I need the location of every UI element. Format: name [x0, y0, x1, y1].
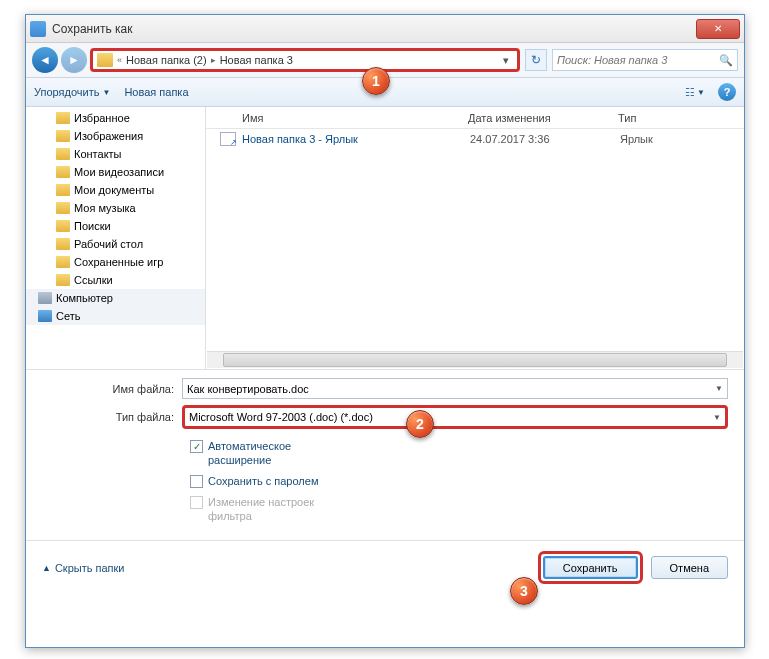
- chevron-up-icon: ▲: [42, 563, 51, 573]
- filter-settings-checkbox: Изменение настроек фильтра: [190, 495, 728, 523]
- folder-icon: [56, 274, 70, 286]
- shortcut-icon: [220, 132, 236, 146]
- file-pane: Имя Дата изменения Тип Новая папка 3 - Я…: [206, 107, 744, 369]
- folder-icon: [56, 184, 70, 196]
- new-folder-button[interactable]: Новая папка: [124, 86, 188, 98]
- file-date: 24.07.2017 3:36: [470, 133, 620, 145]
- sidebar-item-images[interactable]: Изображения: [26, 127, 205, 145]
- search-box[interactable]: 🔍: [552, 49, 738, 71]
- filename-input[interactable]: Как конвертировать.doc ▼: [182, 378, 728, 399]
- checkbox-icon: [190, 496, 203, 509]
- sidebar: Избранное Изображения Контакты Мои видео…: [26, 107, 206, 369]
- file-list[interactable]: Новая папка 3 - Ярлык 24.07.2017 3:36 Яр…: [206, 129, 744, 351]
- breadcrumb-dropdown[interactable]: ▾: [499, 54, 513, 67]
- organize-button[interactable]: Упорядочить ▼: [34, 86, 110, 98]
- sidebar-item-music[interactable]: Моя музыка: [26, 199, 205, 217]
- breadcrumb[interactable]: « Новая папка (2) ▸ Новая папка 3 ▾: [90, 48, 520, 72]
- sidebar-item-documents[interactable]: Мои документы: [26, 181, 205, 199]
- folder-icon: [56, 238, 70, 250]
- network-icon: [38, 310, 52, 322]
- folder-icon: [56, 112, 70, 124]
- folder-icon: [56, 202, 70, 214]
- sidebar-item-links[interactable]: Ссылки: [26, 271, 205, 289]
- sidebar-item-favorites[interactable]: Избранное: [26, 109, 205, 127]
- chevron-down-icon: ▼: [102, 88, 110, 97]
- cancel-button[interactable]: Отмена: [651, 556, 728, 579]
- filename-label: Имя файла:: [42, 383, 182, 395]
- save-button[interactable]: Сохранить: [543, 556, 638, 579]
- sidebar-item-desktop[interactable]: Рабочий стол: [26, 235, 205, 253]
- chevron-down-icon[interactable]: ▼: [715, 384, 723, 393]
- computer-icon: [38, 292, 52, 304]
- breadcrumb-seg[interactable]: Новая папка 3: [220, 54, 293, 66]
- chevron-icon: ▸: [211, 55, 216, 65]
- col-type[interactable]: Тип: [608, 107, 744, 128]
- search-input[interactable]: [557, 54, 719, 66]
- checkbox-icon: [190, 475, 203, 488]
- titlebar[interactable]: Сохранить как ✕: [26, 15, 744, 43]
- sidebar-item-network[interactable]: Сеть: [26, 307, 205, 325]
- sidebar-item-saved-games[interactable]: Сохраненные игр: [26, 253, 205, 271]
- sidebar-item-computer[interactable]: Компьютер: [26, 289, 205, 307]
- file-name: Новая папка 3 - Ярлык: [242, 133, 470, 145]
- save-form: Имя файла: Как конвертировать.doc ▼ Тип …: [26, 369, 744, 540]
- file-row[interactable]: Новая папка 3 - Ярлык 24.07.2017 3:36 Яр…: [206, 129, 744, 149]
- col-date[interactable]: Дата изменения: [458, 107, 608, 128]
- folder-icon: [56, 220, 70, 232]
- annotation-marker-3: 3: [510, 577, 538, 605]
- file-type: Ярлык: [620, 133, 653, 145]
- chevron-icon: «: [117, 55, 122, 65]
- password-checkbox[interactable]: Сохранить с паролем: [190, 474, 728, 488]
- checkbox-icon: ✓: [190, 440, 203, 453]
- view-options-button[interactable]: ☷▼: [686, 83, 704, 101]
- auto-extension-checkbox[interactable]: ✓ Автоматическое расширение: [190, 439, 728, 467]
- scrollbar-thumb[interactable]: [223, 353, 727, 367]
- save-as-dialog: Сохранить как ✕ ◄ ► « Новая папка (2) ▸ …: [25, 14, 745, 648]
- column-headers: Имя Дата изменения Тип: [206, 107, 744, 129]
- annotation-marker-2: 2: [406, 410, 434, 438]
- close-button[interactable]: ✕: [696, 19, 740, 39]
- window-title: Сохранить как: [52, 22, 696, 36]
- folder-icon: [97, 53, 113, 67]
- breadcrumb-seg[interactable]: Новая папка (2): [126, 54, 207, 66]
- filetype-label: Тип файла:: [42, 411, 182, 423]
- hide-folders-toggle[interactable]: ▲ Скрыть папки: [42, 562, 125, 574]
- sidebar-item-searches[interactable]: Поиски: [26, 217, 205, 235]
- annotation-marker-1: 1: [362, 67, 390, 95]
- save-button-highlight: Сохранить: [538, 551, 643, 584]
- col-name[interactable]: Имя: [206, 107, 458, 128]
- folder-icon: [56, 130, 70, 142]
- forward-button[interactable]: ►: [61, 47, 87, 73]
- back-button[interactable]: ◄: [32, 47, 58, 73]
- app-icon: [30, 21, 46, 37]
- folder-icon: [56, 256, 70, 268]
- sidebar-item-videos[interactable]: Мои видеозаписи: [26, 163, 205, 181]
- filetype-select[interactable]: Microsoft Word 97-2003 (.doc) (*.doc) ▼: [182, 405, 728, 429]
- chevron-down-icon[interactable]: ▼: [713, 413, 721, 422]
- search-icon[interactable]: 🔍: [719, 54, 733, 67]
- folder-icon: [56, 166, 70, 178]
- horizontal-scrollbar[interactable]: [207, 351, 743, 368]
- dialog-footer: ▲ Скрыть папки Сохранить Отмена: [26, 540, 744, 594]
- folder-icon: [56, 148, 70, 160]
- help-button[interactable]: ?: [718, 83, 736, 101]
- sidebar-item-contacts[interactable]: Контакты: [26, 145, 205, 163]
- refresh-button[interactable]: ↻: [525, 49, 547, 71]
